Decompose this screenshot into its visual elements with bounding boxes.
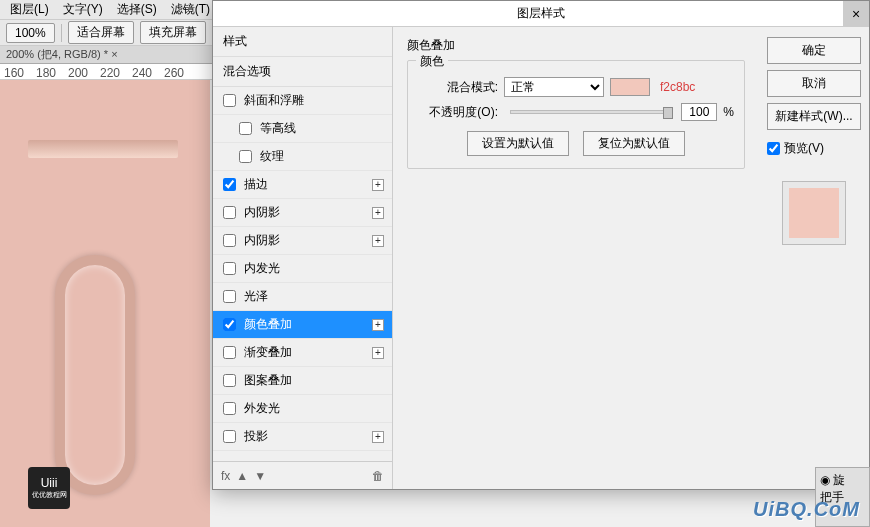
- ruler-tick: 260: [164, 66, 184, 80]
- color-swatch[interactable]: [610, 78, 650, 96]
- arrow-down-icon[interactable]: ▼: [254, 469, 266, 483]
- ruler-tick: 240: [132, 66, 152, 80]
- trash-icon[interactable]: 🗑: [372, 469, 384, 483]
- checkbox[interactable]: [223, 178, 236, 191]
- style-label: 描边: [244, 176, 268, 193]
- group-title: 颜色: [416, 53, 448, 70]
- checkbox[interactable]: [223, 402, 236, 415]
- ruler-tick: 180: [36, 66, 56, 80]
- menu-filter[interactable]: 滤镜(T): [165, 0, 216, 20]
- logo-line1: Uiii: [41, 476, 58, 490]
- fit-screen-button[interactable]: 适合屏幕: [68, 21, 134, 44]
- plus-icon[interactable]: +: [372, 179, 384, 191]
- document-canvas: Uiii 优优教程网: [0, 80, 210, 527]
- fx-icon[interactable]: fx: [221, 469, 230, 483]
- checkbox[interactable]: [223, 290, 236, 303]
- plus-icon[interactable]: +: [372, 431, 384, 443]
- styles-column: 样式 混合选项 斜面和浮雕 等高线 纹理 描边+ 内阴影+ 内阴影+ 内发光 光…: [213, 27, 393, 489]
- style-outer-glow[interactable]: 外发光: [213, 395, 392, 423]
- new-style-button[interactable]: 新建样式(W)...: [767, 103, 861, 130]
- plus-icon[interactable]: +: [372, 347, 384, 359]
- menu-layer[interactable]: 图层(L): [4, 0, 55, 20]
- style-color-overlay[interactable]: 颜色叠加+: [213, 311, 392, 339]
- checkbox[interactable]: [223, 346, 236, 359]
- blend-options-row[interactable]: 混合选项: [213, 57, 392, 87]
- style-label: 颜色叠加: [244, 316, 292, 333]
- style-label: 内发光: [244, 260, 280, 277]
- dialog-right-column: 确定 取消 新建样式(W)... 预览(V): [759, 27, 869, 489]
- canvas-shape-capsule: [55, 255, 135, 495]
- opacity-unit: %: [723, 105, 734, 119]
- zoom-value[interactable]: 100%: [6, 23, 55, 43]
- reset-default-button[interactable]: 复位为默认值: [583, 131, 685, 156]
- checkbox[interactable]: [223, 374, 236, 387]
- style-contour[interactable]: 等高线: [213, 115, 392, 143]
- menu-select[interactable]: 选择(S): [111, 0, 163, 20]
- arrow-up-icon[interactable]: ▲: [236, 469, 248, 483]
- panel-title: 颜色叠加: [407, 37, 745, 54]
- make-default-button[interactable]: 设置为默认值: [467, 131, 569, 156]
- style-label: 斜面和浮雕: [244, 92, 304, 109]
- checkbox[interactable]: [239, 122, 252, 135]
- logo-line2: 优优教程网: [32, 490, 67, 500]
- watermark: UiBQ.CoM: [753, 498, 860, 521]
- checkbox[interactable]: [223, 94, 236, 107]
- style-pattern-overlay[interactable]: 图案叠加: [213, 367, 392, 395]
- fill-screen-button[interactable]: 填充屏幕: [140, 21, 206, 44]
- style-inner-shadow[interactable]: 内阴影+: [213, 199, 392, 227]
- ruler-tick: 160: [4, 66, 24, 80]
- opacity-slider[interactable]: [510, 110, 669, 114]
- plus-icon[interactable]: +: [372, 207, 384, 219]
- styles-footer: fx ▲ ▼ 🗑: [213, 461, 392, 489]
- ruler-tick: 220: [100, 66, 120, 80]
- panel-tab[interactable]: ◉ 旋: [820, 472, 865, 489]
- styles-header: 样式: [213, 27, 392, 57]
- canvas-shape-bar: [28, 140, 178, 158]
- ok-button[interactable]: 确定: [767, 37, 861, 64]
- color-group: 颜色 混合模式: 正常 f2c8bc 不透明度(O): % 设置为默认值 复位为…: [407, 60, 745, 169]
- preview-label: 预览(V): [784, 140, 824, 157]
- color-hex: f2c8bc: [660, 80, 695, 94]
- blend-mode-select[interactable]: 正常: [504, 77, 604, 97]
- style-label: 渐变叠加: [244, 344, 292, 361]
- style-label: 图案叠加: [244, 372, 292, 389]
- checkbox[interactable]: [223, 206, 236, 219]
- ruler-tick: 200: [68, 66, 88, 80]
- style-label: 外发光: [244, 400, 280, 417]
- style-bevel[interactable]: 斜面和浮雕: [213, 87, 392, 115]
- close-icon[interactable]: ×: [843, 1, 869, 27]
- style-label: 纹理: [260, 148, 284, 165]
- style-label: 光泽: [244, 288, 268, 305]
- separator: [61, 24, 62, 42]
- cancel-button[interactable]: 取消: [767, 70, 861, 97]
- plus-icon[interactable]: +: [372, 319, 384, 331]
- checkbox[interactable]: [223, 430, 236, 443]
- settings-panel: 颜色叠加 颜色 混合模式: 正常 f2c8bc 不透明度(O): % 设置为默认…: [393, 27, 759, 489]
- style-label: 内阴影: [244, 204, 280, 221]
- style-satin[interactable]: 光泽: [213, 283, 392, 311]
- dialog-titlebar[interactable]: 图层样式 ×: [213, 1, 869, 27]
- preview-checkbox[interactable]: [767, 142, 780, 155]
- checkbox[interactable]: [239, 150, 252, 163]
- style-label: 投影: [244, 428, 268, 445]
- style-inner-glow[interactable]: 内发光: [213, 255, 392, 283]
- checkbox[interactable]: [223, 262, 236, 275]
- checkbox[interactable]: [223, 234, 236, 247]
- style-label: 内阴影: [244, 232, 280, 249]
- dialog-title: 图层样式: [517, 5, 565, 22]
- checkbox[interactable]: [223, 318, 236, 331]
- blend-mode-label: 混合模式:: [418, 79, 498, 96]
- uiii-logo: Uiii 优优教程网: [28, 467, 70, 509]
- slider-thumb[interactable]: [663, 107, 673, 119]
- style-inner-shadow[interactable]: 内阴影+: [213, 227, 392, 255]
- style-texture[interactable]: 纹理: [213, 143, 392, 171]
- menu-type[interactable]: 文字(Y): [57, 0, 109, 20]
- style-drop-shadow[interactable]: 投影+: [213, 423, 392, 451]
- style-gradient-overlay[interactable]: 渐变叠加+: [213, 339, 392, 367]
- preview-swatch: [782, 181, 846, 245]
- plus-icon[interactable]: +: [372, 235, 384, 247]
- opacity-label: 不透明度(O):: [418, 104, 498, 121]
- opacity-input[interactable]: [681, 103, 717, 121]
- layer-style-dialog: 图层样式 × 样式 混合选项 斜面和浮雕 等高线 纹理 描边+ 内阴影+ 内阴影…: [212, 0, 870, 490]
- style-stroke[interactable]: 描边+: [213, 171, 392, 199]
